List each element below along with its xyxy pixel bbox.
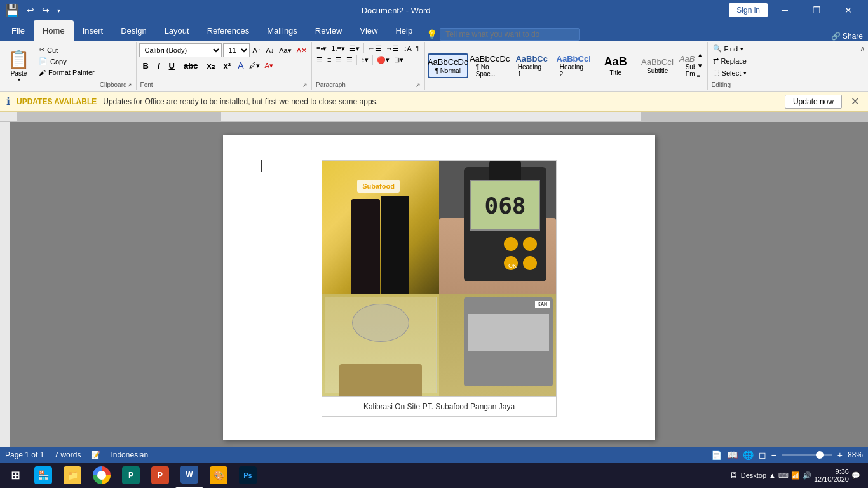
text-effects-button[interactable]: A xyxy=(236,60,245,71)
find-dropdown[interactable]: ▾ xyxy=(740,46,743,52)
web-view-button[interactable]: 🌐 xyxy=(743,450,754,460)
paste-button[interactable]: 📋 Paste ▾ xyxy=(3,43,35,88)
change-case-button[interactable]: Aa▾ xyxy=(277,46,293,55)
clear-format-button[interactable]: A✕ xyxy=(295,46,309,55)
tab-help[interactable]: Help xyxy=(386,20,421,41)
style-no-spacing[interactable]: AaBbCcDc ¶ No Spac... xyxy=(470,50,510,82)
justify-button[interactable]: ☰ xyxy=(344,55,355,65)
taskbar-desktop-icon[interactable]: 🖥 xyxy=(729,470,738,480)
decrease-font-button[interactable]: A↓ xyxy=(264,46,276,55)
bullets-button[interactable]: ≡•▾ xyxy=(315,44,329,53)
tab-mailings[interactable]: Mailings xyxy=(258,20,306,41)
shading-button[interactable]: 🔴▾ xyxy=(375,55,391,65)
tab-home[interactable]: Home xyxy=(34,20,74,41)
paragraph-expand-button[interactable]: ↗ xyxy=(416,82,421,88)
multilevel-button[interactable]: ☰▾ xyxy=(348,44,362,53)
read-view-button[interactable]: 📖 xyxy=(727,450,738,460)
page-area[interactable]: Subafood xyxy=(10,122,868,447)
zoom-thumb[interactable] xyxy=(816,451,824,459)
select-button[interactable]: ⬚ Select ▾ xyxy=(710,67,782,78)
taskbar-paint-app[interactable]: 🎨 xyxy=(205,463,233,488)
close-button[interactable]: ✕ xyxy=(834,0,863,20)
font-color-button[interactable]: A▾ xyxy=(263,61,275,71)
copy-button[interactable]: 📄 Copy xyxy=(36,56,97,67)
style-heading2[interactable]: AaBbCcI Heading 2 xyxy=(553,50,594,82)
align-left-button[interactable]: ☰ xyxy=(315,55,325,65)
taskbar-photoshop-app[interactable]: Ps xyxy=(234,463,262,488)
taskbar-powerpoint-app[interactable]: P xyxy=(146,463,174,488)
line-spacing-button[interactable]: ↕▾ xyxy=(359,55,370,65)
paste-dropdown[interactable]: ▾ xyxy=(18,77,20,83)
numbering-button[interactable]: 1.≡▾ xyxy=(329,44,347,53)
photoshop-icon: Ps xyxy=(239,466,257,484)
align-right-button[interactable]: ☰ xyxy=(334,55,344,65)
minimize-button[interactable]: ─ xyxy=(770,0,799,20)
taskbar-store-app[interactable]: 🏪 xyxy=(29,463,57,488)
update-now-button[interactable]: Update now xyxy=(785,95,842,109)
ribbon-collapse-button[interactable]: ∧ xyxy=(860,42,868,90)
style-title-preview: AaB xyxy=(604,55,627,69)
tab-insert[interactable]: Insert xyxy=(74,20,112,41)
decrease-indent-button[interactable]: ←☰ xyxy=(366,44,383,53)
tab-review[interactable]: Review xyxy=(306,20,351,41)
clipboard-expand-button[interactable]: ↗ xyxy=(127,82,132,88)
style-subtitle[interactable]: AaBbCcI Subtitle xyxy=(637,53,678,78)
qat-dropdown-button[interactable]: ▾ xyxy=(55,6,63,15)
notifications-icon[interactable]: 💬 xyxy=(851,471,860,480)
search-input[interactable] xyxy=(440,28,580,41)
style-subtle-em[interactable]: AaBbCcDc Subtle Em... xyxy=(679,50,695,82)
taskbar-files-app[interactable]: 📁 xyxy=(58,463,86,488)
tab-file[interactable]: File xyxy=(3,20,34,41)
select-dropdown[interactable]: ▾ xyxy=(743,70,747,76)
superscript-button[interactable]: x² xyxy=(220,58,235,72)
start-button[interactable]: ⊞ xyxy=(3,463,28,488)
style-title[interactable]: AaB Title xyxy=(595,51,636,80)
replace-button[interactable]: ⇄ Replace xyxy=(710,55,782,66)
zoom-slider[interactable] xyxy=(782,454,832,456)
text-highlight-button[interactable]: 🖊▾ xyxy=(247,61,262,71)
restore-button[interactable]: ❐ xyxy=(802,0,831,20)
increase-indent-button[interactable]: →☰ xyxy=(384,44,401,53)
style-normal[interactable]: AaBbCcDc ¶ Normal xyxy=(428,53,468,78)
tab-design[interactable]: Design xyxy=(112,20,155,41)
zoom-out-button[interactable]: − xyxy=(771,450,776,460)
bold-button[interactable]: B xyxy=(139,58,153,72)
styles-more-button[interactable]: ≡ xyxy=(696,72,705,81)
borders-button[interactable]: ⊞▾ xyxy=(392,55,405,65)
style-heading1[interactable]: AaBbCc Heading 1 xyxy=(512,50,552,82)
italic-button[interactable]: I xyxy=(154,58,164,72)
sign-in-button[interactable]: Sign in xyxy=(729,3,768,17)
zoom-in-button[interactable]: + xyxy=(837,450,843,460)
tab-references[interactable]: References xyxy=(198,20,258,41)
taskbar-chrome-app[interactable] xyxy=(88,463,116,488)
format-painter-button[interactable]: 🖌 Format Painter xyxy=(36,67,97,78)
strikethrough-button[interactable]: abc xyxy=(180,58,201,72)
undo-button[interactable]: ↩ xyxy=(24,4,37,17)
language-indicator[interactable]: 📝 xyxy=(91,451,100,459)
sort-button[interactable]: ↕A xyxy=(402,44,414,53)
underline-button[interactable]: U xyxy=(165,58,179,72)
redo-button[interactable]: ↪ xyxy=(39,4,52,17)
word-page[interactable]: Subafood xyxy=(223,135,655,440)
subscript-button[interactable]: x₂ xyxy=(203,58,218,72)
styles-scroll-up[interactable]: ▲ xyxy=(696,50,705,60)
taskbar-publisher-app[interactable]: P xyxy=(117,463,145,488)
increase-font-button[interactable]: A↑ xyxy=(251,46,263,55)
tab-view[interactable]: View xyxy=(351,20,386,41)
show-formatting-button[interactable]: ¶ xyxy=(414,44,422,53)
align-center-button[interactable]: ≡ xyxy=(325,55,333,64)
taskbar-word-app[interactable]: W xyxy=(175,463,203,488)
ruler-content: // draw tick marks xyxy=(18,112,868,121)
chevron-up-icon[interactable]: ▲ xyxy=(769,471,776,479)
share-button[interactable]: 🔗 Share xyxy=(831,32,863,41)
focus-button[interactable]: ◻ xyxy=(759,450,766,460)
print-layout-button[interactable]: 📄 xyxy=(711,450,722,460)
notification-close-button[interactable]: ✕ xyxy=(848,95,862,107)
tab-layout[interactable]: Layout xyxy=(156,20,198,41)
cut-button[interactable]: ✂ Cut xyxy=(36,44,97,55)
font-expand-button[interactable]: ↗ xyxy=(302,82,308,88)
styles-scroll-down[interactable]: ▼ xyxy=(696,61,705,71)
find-button[interactable]: 🔍 Find ▾ xyxy=(710,43,782,54)
font-family-select[interactable]: Calibri (Body) xyxy=(139,43,222,57)
font-size-select[interactable]: 11 xyxy=(223,43,250,57)
